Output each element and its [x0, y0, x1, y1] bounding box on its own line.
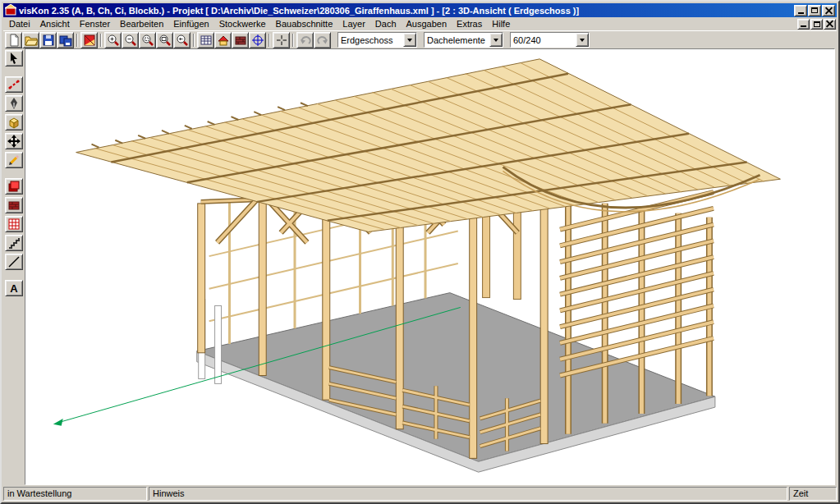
new-document-button[interactable] — [5, 32, 22, 48]
undo-icon — [299, 34, 312, 47]
menu-einfuegen[interactable]: Einfügen — [168, 18, 213, 30]
pencil-tool-icon — [7, 153, 21, 167]
menu-datei[interactable]: Datei — [4, 18, 35, 30]
reference-point-icon — [251, 34, 264, 47]
save-icon — [42, 34, 55, 47]
redo-button[interactable] — [314, 32, 331, 48]
menu-bar: Datei Ansicht Fenster Bearbeiten Einfüge… — [3, 17, 837, 30]
cross-section-combobox[interactable]: 60/240 — [510, 32, 590, 48]
chevron-down-icon — [407, 39, 412, 44]
views-button[interactable] — [80, 32, 98, 48]
menu-extras[interactable]: Extras — [452, 18, 487, 30]
save-button[interactable] — [39, 32, 57, 48]
child-close-icon — [826, 21, 833, 27]
reference-point-button[interactable] — [249, 32, 266, 48]
dimension-tool-button[interactable] — [5, 76, 23, 93]
save-all-icon — [59, 34, 72, 47]
toolbar-separator — [269, 34, 270, 47]
element-type-combobox-arrow[interactable] — [489, 33, 503, 47]
line-tool-button[interactable] — [5, 254, 23, 270]
menu-fenster[interactable]: Fenster — [75, 18, 115, 30]
cross-section-combobox-value: 60/240 — [511, 35, 576, 45]
menu-bearbeiten[interactable]: Bearbeiten — [115, 18, 168, 30]
axis-arrowhead — [53, 419, 63, 426]
child-close-button[interactable] — [824, 19, 836, 30]
zoom-previous-icon — [176, 34, 189, 47]
element-type-combobox-value: Dachelemente — [425, 35, 489, 45]
zoom-in-button[interactable] — [104, 32, 122, 48]
child-restore-button[interactable] — [810, 19, 823, 30]
redo-icon — [316, 34, 329, 47]
open-project-button[interactable] — [22, 32, 39, 48]
viewport-3d[interactable] — [25, 48, 835, 485]
text-tool-button[interactable]: A — [5, 280, 23, 296]
menu-stockwerke[interactable]: Stockwerke — [214, 18, 271, 30]
menu-layer[interactable]: Layer — [337, 18, 370, 30]
wall-tool-icon — [7, 199, 21, 212]
zoom-out-icon — [124, 34, 137, 47]
undo-button[interactable] — [296, 32, 314, 48]
zoom-all-button[interactable] — [156, 32, 173, 48]
menu-ansicht[interactable]: Ansicht — [35, 18, 75, 30]
line-tool-icon — [7, 255, 21, 268]
zoom-out-button[interactable] — [122, 32, 139, 48]
zoom-all-icon — [158, 34, 172, 47]
toolbar-separator — [76, 34, 78, 47]
menu-bauabschnitte[interactable]: Bauabschnitte — [271, 18, 338, 30]
chevron-down-icon — [580, 39, 585, 44]
close-icon — [825, 7, 833, 14]
minimize-icon — [798, 12, 804, 14]
new-document-icon — [7, 34, 21, 47]
zoom-in-icon — [107, 34, 120, 47]
menu-hilfe[interactable]: Hilfe — [487, 18, 515, 30]
menu-ausgaben[interactable]: Ausgaben — [402, 18, 452, 30]
select-tool-button[interactable] — [5, 50, 23, 66]
status-time: Zeit — [789, 487, 837, 501]
wall-view-button[interactable] — [232, 32, 249, 48]
stairs-tool-icon — [7, 236, 21, 250]
restore-icon — [811, 7, 818, 13]
child-minimize-button[interactable] — [797, 19, 810, 30]
close-button[interactable] — [822, 5, 835, 16]
profile-table-button[interactable] — [197, 32, 214, 48]
menu-dach[interactable]: Dach — [370, 18, 402, 30]
toolbar-separator — [100, 34, 102, 47]
text-tool-icon: A — [10, 283, 17, 294]
status-hint: Hinweis — [149, 487, 787, 501]
layers-tool-button[interactable] — [5, 178, 23, 195]
crosshair-button[interactable] — [273, 32, 290, 48]
app-icon — [5, 4, 16, 17]
restore-button[interactable] — [808, 5, 821, 16]
stairs-tool-button[interactable] — [5, 235, 23, 251]
move-tool-button[interactable] — [5, 133, 23, 149]
storey-combobox-arrow[interactable] — [403, 33, 416, 47]
marker-tool-icon — [7, 97, 21, 110]
element-type-combobox[interactable]: Dachelemente — [424, 32, 503, 48]
layers-tool-icon — [7, 180, 21, 193]
minimize-button[interactable] — [794, 5, 807, 16]
grid-tool-button[interactable] — [5, 216, 23, 232]
roof-view-icon — [217, 34, 230, 47]
marker-tool-button[interactable] — [5, 95, 23, 112]
zoom-window-button[interactable] — [139, 32, 156, 48]
dimension-tool-icon — [7, 78, 21, 91]
title-bar[interactable]: visKon 2.35 (A, B, Ch, Ci, Blockb.) - Pr… — [3, 3, 837, 17]
profile-table-icon — [200, 34, 213, 47]
main-toolbar: Erdgeschoss Dachelemente 60/240 — [3, 30, 837, 48]
select-tool-icon — [7, 52, 21, 65]
views-icon — [83, 34, 96, 47]
toolbar-separator — [292, 34, 294, 47]
pencil-tool-button[interactable] — [5, 152, 23, 168]
zoom-previous-button[interactable] — [173, 32, 190, 48]
status-mode: in Wartestellung — [3, 487, 147, 501]
cross-section-combobox-arrow[interactable] — [576, 33, 589, 47]
wall-tool-button[interactable] — [5, 197, 23, 213]
storey-combobox[interactable]: Erdgeschoss — [337, 32, 417, 48]
roof-view-button[interactable] — [214, 32, 232, 48]
toolbar-separator — [193, 34, 195, 47]
move-tool-icon — [7, 135, 21, 148]
component-tool-button[interactable] — [5, 114, 23, 131]
open-folder-icon — [25, 34, 38, 47]
wall-view-icon — [234, 34, 247, 47]
save-all-button[interactable] — [57, 32, 74, 48]
